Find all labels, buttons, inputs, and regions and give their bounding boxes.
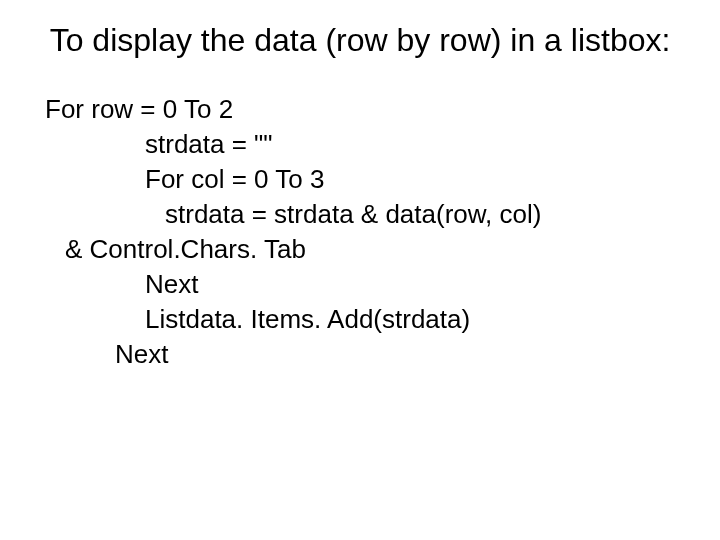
code-line: Listdata. Items. Add(strdata) bbox=[145, 302, 680, 337]
code-line: Next bbox=[145, 267, 680, 302]
code-block: For row = 0 To 2 strdata = "" For col = … bbox=[40, 92, 680, 373]
code-line: strdata = strdata & data(row, col) bbox=[165, 197, 680, 232]
code-line: For col = 0 To 3 bbox=[145, 162, 680, 197]
code-line: Next bbox=[115, 337, 680, 372]
code-line: strdata = "" bbox=[145, 127, 680, 162]
code-line: & Control.Chars. Tab bbox=[65, 232, 680, 267]
slide-title: To display the data (row by row) in a li… bbox=[40, 20, 680, 62]
code-line: For row = 0 To 2 bbox=[45, 92, 680, 127]
